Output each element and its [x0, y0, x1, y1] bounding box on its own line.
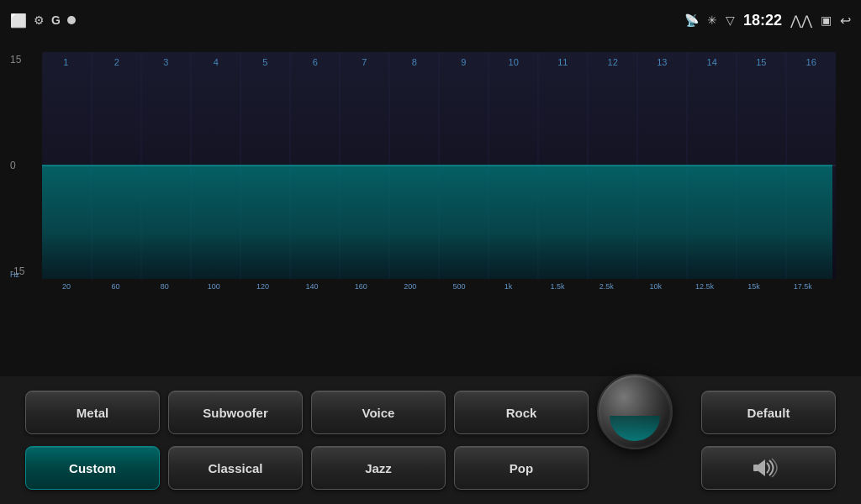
- freq-label-12_5k: 12.5k: [680, 282, 729, 291]
- freq-label-200: 200: [386, 282, 435, 291]
- svg-text:11: 11: [557, 57, 568, 67]
- freq-label-17_5k: 17.5k: [779, 282, 827, 291]
- svg-text:10: 10: [509, 57, 519, 67]
- status-right: 📡 ✳ ▽ 18:22 ⋀⋀ ▣ ↩: [684, 12, 851, 29]
- freq-label-2_5k: 2.5k: [582, 282, 631, 291]
- classical-button[interactable]: Classical: [168, 446, 303, 490]
- svg-text:13: 13: [657, 57, 667, 67]
- freq-label-160: 160: [336, 282, 385, 291]
- wifi-icon: ▽: [726, 13, 735, 27]
- svg-text:6: 6: [313, 57, 318, 67]
- cast-icon: 📡: [684, 13, 699, 27]
- svg-rect-35: [753, 465, 758, 471]
- eq-graph[interactable]: 1 2 3 4 5 6 7 8 9 10 11 12 13 14 15 16: [42, 52, 836, 279]
- freq-label-500: 500: [435, 282, 483, 291]
- freq-label-1_5k: 1.5k: [533, 282, 582, 291]
- svg-marker-36: [758, 459, 765, 476]
- svg-text:15: 15: [756, 57, 766, 67]
- svg-text:9: 9: [461, 57, 466, 67]
- speaker-button[interactable]: [701, 446, 836, 490]
- freq-label-60: 60: [91, 282, 140, 291]
- svg-text:12: 12: [608, 57, 618, 67]
- buttons-row-1: Metal Subwoofer Voice Rock Default: [25, 391, 836, 434]
- y-label-zero: 0: [10, 160, 16, 171]
- status-left: ⬜ ⚙ G: [10, 13, 76, 29]
- status-bar: ⬜ ⚙ G 📡 ✳ ▽ 18:22 ⋀⋀ ▣ ↩: [0, 0, 861, 40]
- up-arrows-icon: ⋀⋀: [790, 13, 812, 29]
- buttons-area: Metal Subwoofer Voice Rock Default Custo…: [0, 376, 861, 504]
- svg-text:1: 1: [63, 57, 68, 67]
- speaker-icon: [752, 458, 785, 478]
- metal-button[interactable]: Metal: [25, 391, 160, 434]
- status-time: 18:22: [743, 12, 782, 29]
- bluetooth-icon: ✳: [707, 13, 717, 27]
- window-switch-icon: ▣: [821, 13, 832, 27]
- voice-button[interactable]: Voice: [311, 391, 446, 434]
- svg-text:7: 7: [362, 57, 367, 67]
- freq-label-10k: 10k: [631, 282, 680, 291]
- eq-container: 15 0 -15: [0, 40, 861, 376]
- freq-label-140: 140: [288, 282, 336, 291]
- y-label-top: 15: [10, 54, 21, 66]
- svg-text:14: 14: [707, 57, 717, 67]
- freq-label-100: 100: [189, 282, 238, 291]
- pop-button[interactable]: Pop: [454, 446, 589, 490]
- knob-teal-arc: [610, 416, 660, 441]
- eq-graph-wrapper: 15 0 -15: [42, 52, 836, 279]
- freq-label-80: 80: [140, 282, 189, 291]
- svg-text:16: 16: [806, 57, 816, 67]
- volume-knob[interactable]: [597, 374, 673, 449]
- g-icon: G: [51, 13, 61, 27]
- subwoofer-button[interactable]: Subwoofer: [168, 391, 303, 434]
- svg-text:4: 4: [214, 57, 219, 67]
- svg-text:5: 5: [262, 57, 267, 67]
- settings-icon: ⚙: [34, 13, 45, 27]
- svg-text:8: 8: [412, 57, 417, 67]
- freq-labels: 20 60 80 100 120 140 160 200 500 1k 1.5k…: [42, 282, 836, 291]
- svg-text:2: 2: [114, 57, 119, 67]
- freq-label-20: 20: [42, 282, 91, 291]
- svg-text:3: 3: [163, 57, 168, 67]
- freq-label-120: 120: [239, 282, 288, 291]
- custom-button[interactable]: Custom: [25, 446, 160, 490]
- default-button[interactable]: Default: [701, 391, 836, 434]
- knob-overlay: [589, 361, 681, 462]
- svg-marker-33: [42, 165, 832, 279]
- freq-label-1k: 1k: [484, 282, 533, 291]
- jazz-button[interactable]: Jazz: [311, 446, 446, 490]
- record-icon: [67, 16, 76, 24]
- back-icon: ↩: [840, 13, 851, 29]
- row2-end: [701, 446, 836, 490]
- hz-unit: Hz: [10, 270, 19, 279]
- buttons-row-2: Custom Classical Jazz Pop: [25, 446, 836, 490]
- window-icon: ⬜: [10, 13, 27, 29]
- rock-button[interactable]: Rock: [454, 391, 589, 434]
- freq-label-15k: 15k: [729, 282, 778, 291]
